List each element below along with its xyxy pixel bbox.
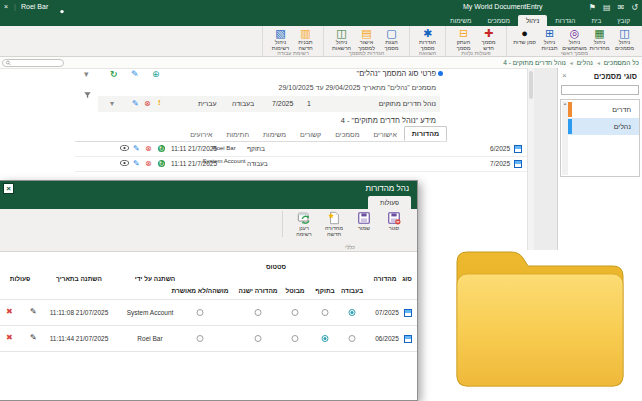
ribbon-tab-documents[interactable]: מסמכים (479, 15, 518, 26)
document-type-icon (404, 335, 412, 343)
templates-icon: ⊞ (545, 27, 554, 39)
view-icon[interactable] (120, 145, 129, 152)
tab-editions[interactable]: מהדורות (404, 126, 447, 141)
titlebar-icons: ⚑ ▤ ✉ ↺ (589, 0, 638, 14)
close-button[interactable]: סגור (381, 211, 407, 237)
add-icon[interactable]: ⊕ (152, 70, 160, 79)
status-refresh-icon[interactable]: ↻ (158, 145, 165, 152)
col-header-suspended: מושהה/לא מאושרת (171, 287, 228, 294)
changed-by-value: Roei Bar (137, 335, 162, 342)
manage-templates-button[interactable]: ⊞ניהול תבניות (537, 27, 562, 51)
edit-icon[interactable]: ✎ (131, 70, 139, 79)
new-template-button[interactable]: ▥תבנית חדשה (293, 27, 318, 51)
manage-users-button[interactable]: ◎ניהול משתמשים (562, 27, 587, 51)
ribbon-tab-management[interactable]: ניהול (518, 15, 547, 26)
dialog-group-label: כללי (305, 244, 395, 250)
dialog-close-icon[interactable]: × (3, 183, 14, 194)
save-button[interactable]: שמור (351, 211, 377, 237)
radio-canceled[interactable] (292, 309, 299, 316)
delete-icon[interactable]: ⊗ (145, 144, 152, 153)
new-edition-button[interactable]: מהדורה חדשה (321, 211, 347, 237)
radio-valid[interactable] (322, 309, 329, 316)
print-icon[interactable]: ▤ (603, 3, 611, 12)
undo-icon[interactable]: ↺ (631, 3, 638, 12)
window-close-icon[interactable]: × (4, 0, 8, 14)
tab-related[interactable]: קשורים (293, 128, 328, 141)
document-row[interactable]: נוהל חדרים מתוקים 1 7/2025 בעבודה עברית … (98, 96, 440, 112)
radio-old-edition[interactable] (255, 335, 262, 342)
col-header-type: סוג (402, 275, 412, 282)
radio-suspended[interactable] (197, 335, 204, 342)
document-settings-button[interactable]: ✱הגדרות מסמך (415, 27, 440, 51)
manage-permissions-button[interactable]: ◫ניהול הרשאות (329, 27, 354, 51)
item-color-bar (568, 119, 572, 134)
refresh-list-button[interactable]: רענן רשימה (291, 211, 317, 237)
list-item-rooms[interactable]: חדרים (568, 101, 639, 118)
mark-fields-button[interactable]: ●סמן שדות (512, 27, 537, 45)
delete-icon[interactable]: ⊗ (144, 99, 151, 108)
document-types-search[interactable] (561, 85, 639, 95)
dialog-tab-actions[interactable]: פעולות (368, 196, 411, 209)
tab-documents[interactable]: מסמכים (328, 128, 366, 141)
edit-icon[interactable]: ✎ (133, 144, 140, 153)
ribbon-tab-tasks[interactable]: משימות (442, 15, 479, 26)
quick-search-input[interactable] (13, 59, 60, 67)
radio-inwork[interactable] (349, 335, 356, 342)
radio-old-edition[interactable] (255, 309, 262, 316)
edit-row-icon[interactable]: ✎ (30, 307, 37, 316)
approve-document-button[interactable]: ▤אישור למסמך (354, 27, 379, 51)
document-type-icon (404, 309, 412, 317)
changed-at-value: 11:11:44 21/07/2025 (50, 335, 109, 342)
save-close-icon (387, 211, 401, 225)
ribbon-tab-home[interactable]: בית (583, 15, 609, 26)
scroll-up-icon: ▲ (563, 101, 567, 106)
edit-icon[interactable]: ✎ (132, 99, 139, 108)
filter-icon[interactable] (84, 85, 91, 103)
breadcrumb-current-document[interactable]: נוהל חדרים מתוקים - 4 (503, 59, 566, 66)
delete-row-icon[interactable]: ✖ (6, 333, 13, 342)
tab-events[interactable]: אירועים (183, 128, 219, 141)
edition-number: 7/2025 (490, 160, 510, 167)
delete-icon[interactable]: ⊗ (145, 159, 152, 168)
window-icon: ▢ (386, 27, 396, 39)
document-type-icon (514, 145, 522, 153)
tab-approvals[interactable]: אישורים (367, 128, 404, 141)
radio-canceled[interactable] (292, 335, 299, 342)
edit-row-icon[interactable]: ✎ (30, 333, 37, 342)
edition-row[interactable]: ✎ ⊗ ↻ 11:11 21/7/2025 System Account בעב… (75, 156, 527, 172)
list-item-procedures[interactable]: נהלים (568, 118, 639, 135)
edition-row[interactable]: ✎ ⊗ ↻ 11:11 21/7/2025 Roei Bar בתוקף 6/2… (75, 141, 527, 157)
radio-valid[interactable] (322, 335, 329, 342)
tab-signatures[interactable]: חתימות (219, 128, 256, 141)
permissions-icon: ◫ (336, 27, 346, 39)
panel-close-icon[interactable]: × (562, 71, 567, 80)
status-refresh-icon[interactable]: ↻ (158, 160, 165, 167)
manage-editions-button[interactable]: ▦ניהול מהדורות (587, 27, 612, 51)
col-header-canceled: מבוטל (285, 287, 304, 294)
radio-inwork[interactable] (349, 309, 356, 316)
chevron-down-icon[interactable]: ▾ (84, 70, 89, 79)
ribbon: ◫ניהול מסמכים ▦ניהול מהדורות ◎ניהול משתמ… (0, 26, 642, 57)
quick-search-box[interactable] (2, 59, 64, 67)
copy-document-button[interactable]: ⊟העתק מסמך (451, 27, 476, 51)
manage-documents-button[interactable]: ◫ניהול מסמכים (612, 27, 637, 51)
manage-lists-button[interactable]: ▧ניהול רשימות (268, 27, 293, 51)
breadcrumb-procedures[interactable]: נהלים (577, 59, 593, 66)
tab-tasks[interactable]: משימות (256, 128, 293, 141)
col-header-edition: מהדורה (374, 275, 397, 282)
ribbon-tab-settings[interactable]: הגדרות (547, 15, 583, 26)
show-document-button[interactable]: ▢הצגת מסמך (379, 27, 404, 51)
manage-editions-dialog: × נהל מהדורות פעולות סגור שמור מהדורה חד… (0, 180, 418, 401)
breadcrumb-all-documents[interactable]: כל המסמכים (604, 59, 639, 66)
edit-icon[interactable]: ✎ (133, 159, 140, 168)
radio-suspended[interactable] (197, 309, 204, 316)
new-document-button[interactable]: ✚מסמך חדש (476, 27, 501, 51)
ribbon-tab-file[interactable]: קובץ (609, 15, 638, 26)
user-name[interactable]: Roei Bar (21, 0, 48, 14)
delete-row-icon[interactable]: ✖ (6, 307, 13, 316)
flag-icon[interactable]: ⚑ (589, 3, 596, 12)
chevron-down-icon[interactable]: ▾ (110, 99, 114, 108)
view-icon[interactable] (120, 160, 129, 167)
mail-icon[interactable]: ✉ (618, 3, 625, 12)
refresh-icon[interactable]: ↻ (110, 70, 118, 79)
